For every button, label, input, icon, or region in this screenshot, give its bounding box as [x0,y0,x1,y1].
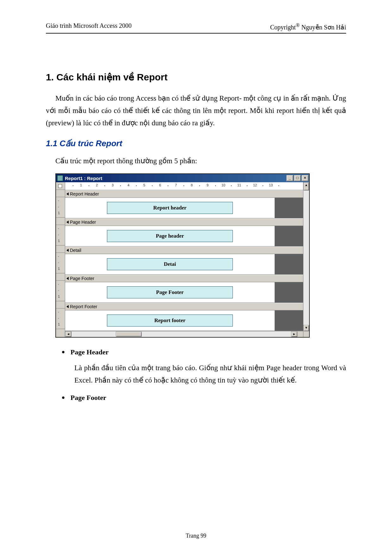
structure-intro: Cấu trúc một report thông thường gồm 5 p… [46,155,346,167]
bullet-list: Page Header Là phần đầu tiên của một tra… [62,347,346,403]
minimize-button[interactable]: _ [286,175,293,181]
hscroll-thumb[interactable] [116,332,142,337]
section-arrow-icon [66,192,69,196]
label-report-footer[interactable]: Report footer [107,315,233,327]
intro-paragraph: Muốn in các báo cáo trong Access bạn có … [46,92,346,129]
horizontal-scrollbar[interactable]: ◄ ► [65,331,303,337]
label-detail[interactable]: Detai [107,258,233,270]
scroll-up-button[interactable]: ▲ [303,182,309,190]
section-bar-report-header[interactable]: Report Header [65,190,303,198]
section-arrow-icon [66,221,69,224]
report-icon [57,175,63,181]
header-right: Copyright® Nguyễn Sơn Hải [270,22,346,31]
heading-1: 1. Các khái niệm về Report [46,72,346,83]
scroll-left-button[interactable]: ◄ [65,331,72,337]
label-report-header[interactable]: Report header [107,202,233,214]
section-arrow-icon [66,305,69,308]
section-body-page-footer[interactable]: Page Footer [65,282,303,303]
close-button[interactable]: × [302,175,308,181]
vertical-ruler: - - 1 - - 1 - - 1 - [56,182,65,337]
section-bar-detail[interactable]: Detail [65,246,303,254]
heading-1-1: 1.1 Cấu trúc Report [46,139,346,148]
section-body-report-header[interactable]: Report header [65,198,303,218]
bullet-text-page-header: Là phần đầu tiên của một trang báo cáo. … [74,362,346,386]
page-number: Trang 99 [0,533,392,539]
section-arrow-icon [66,249,69,252]
vertical-scrollbar[interactable]: ▲ ▼ [303,182,309,337]
bullet-head-page-footer: Page Footer [62,393,346,403]
bullet-head-page-header: Page Header [62,347,346,357]
section-bar-page-header[interactable]: Page Header [65,218,303,226]
ruler-selector[interactable] [56,182,65,190]
section-body-report-footer[interactable]: Report footer [65,310,303,331]
section-bar-report-footer[interactable]: Report Footer [65,303,303,310]
scroll-right-button[interactable]: ► [291,331,297,337]
label-page-header[interactable]: Page header [107,230,233,242]
report-design-window: Report1 : Report _ □ × - - 1 - - [55,173,310,338]
section-bar-page-footer[interactable]: Page Footer [65,275,303,282]
maximize-button[interactable]: □ [294,175,301,181]
page-header: Giáo trình Microsoft Access 2000 Copyrig… [46,22,346,34]
horizontal-ruler: 1 2 3 4 5 6 7 8 9 [65,182,303,190]
window-titlebar[interactable]: Report1 : Report _ □ × [56,174,309,182]
section-body-detail[interactable]: Detai [65,254,303,275]
window-title: Report1 : Report [65,176,286,181]
label-page-footer[interactable]: Page Footer [107,286,233,298]
design-surface: 1 2 3 4 5 6 7 8 9 [65,182,303,337]
header-left: Giáo trình Microsoft Access 2000 [46,22,132,31]
scroll-down-button[interactable]: ▼ [303,325,309,331]
section-arrow-icon [66,277,69,280]
section-body-page-header[interactable]: Page header [65,226,303,246]
